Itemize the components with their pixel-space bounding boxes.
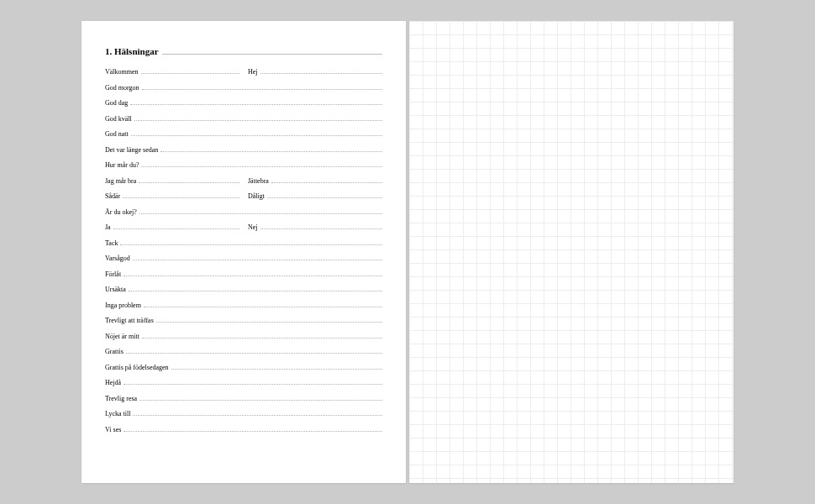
- vocab-row: Tack: [105, 239, 382, 247]
- dotted-fill: [139, 177, 239, 183]
- vocab-cell: God natt: [105, 130, 382, 138]
- vocab-term: Lycka till: [105, 410, 133, 417]
- vocab-cell: Varsågod: [105, 255, 382, 262]
- vocab-row: Jag mår braJättebra: [105, 177, 382, 185]
- vocab-cell: Det var länge sedan: [105, 146, 382, 154]
- vocab-term: Grattis på födelsedagen: [105, 364, 171, 371]
- dotted-fill: [130, 99, 382, 105]
- vocab-row: Vi ses: [105, 426, 382, 433]
- vocab-cell: Grattis: [105, 348, 382, 355]
- vocab-term: Tack: [105, 239, 120, 247]
- dotted-fill: [139, 395, 382, 401]
- vocab-term: Inga problem: [105, 302, 144, 309]
- dotted-fill: [141, 161, 382, 167]
- vocab-term: Hej: [248, 68, 260, 76]
- dotted-fill: [123, 192, 239, 198]
- vocab-cell: Dåligt: [248, 192, 382, 200]
- vocab-term: Nöjet är mitt: [105, 333, 142, 340]
- vocab-cell: Sådär: [105, 192, 239, 200]
- vocab-term: Nej: [248, 223, 260, 231]
- vocab-term: Välkommen: [105, 68, 141, 76]
- vocab-row: JaNej: [105, 223, 382, 231]
- section-title: 1. Hälsningar: [105, 46, 159, 56]
- vocab-term: Trevligt att träffas: [105, 317, 156, 324]
- vocab-cell: Trevligt att träffas: [105, 317, 382, 324]
- vocab-term: Det var länge sedan: [105, 146, 160, 154]
- dotted-fill: [260, 223, 382, 229]
- vocab-term: Vi ses: [105, 426, 124, 433]
- vocab-row: God kväll: [105, 115, 382, 123]
- vocab-term: Hejdå: [105, 379, 124, 386]
- dotted-fill: [141, 68, 239, 74]
- title-underline: [162, 46, 382, 55]
- dotted-fill: [124, 270, 382, 276]
- vocab-term: God morgon: [105, 84, 142, 92]
- vocab-term: Sådär: [105, 192, 123, 200]
- vocab-term: Dåligt: [248, 192, 267, 200]
- vocab-cell: Lycka till: [105, 410, 382, 417]
- vocab-term: Är du okej?: [105, 208, 139, 216]
- dotted-fill: [134, 115, 382, 121]
- vocab-cell: Välkommen: [105, 68, 239, 76]
- vocab-term: Grattis: [105, 348, 126, 355]
- vocab-term: Förlåt: [105, 270, 124, 278]
- vocab-term: Varsågod: [105, 255, 133, 262]
- dotted-fill: [271, 177, 382, 183]
- vocab-term: Hur mår du?: [105, 161, 141, 169]
- dotted-fill: [160, 146, 382, 152]
- vocab-cell: Grattis på födelsedagen: [105, 364, 382, 371]
- vocab-row: Trevlig resa: [105, 395, 382, 402]
- vocab-row: God natt: [105, 130, 382, 138]
- vocab-cell: God dag: [105, 99, 382, 107]
- dotted-fill: [113, 223, 239, 229]
- vocabulary-list: VälkommenHejGod morgonGod dagGod kvällGo…: [105, 68, 382, 433]
- vocab-row: Lycka till: [105, 410, 382, 417]
- dotted-fill: [260, 68, 382, 74]
- vocab-cell: Hur mår du?: [105, 161, 382, 169]
- page-left: 1. Hälsningar VälkommenHejGod morgonGod …: [82, 21, 406, 483]
- vocab-row: Trevligt att träffas: [105, 317, 382, 324]
- vocab-term: Ja: [105, 223, 113, 231]
- dotted-fill: [129, 286, 382, 291]
- vocab-row: Grattis på födelsedagen: [105, 364, 382, 371]
- vocab-row: Nöjet är mitt: [105, 333, 382, 340]
- dotted-fill: [133, 255, 382, 260]
- vocab-row: SådärDåligt: [105, 192, 382, 200]
- dotted-fill: [124, 426, 382, 432]
- dotted-fill: [144, 302, 382, 307]
- dotted-fill: [133, 410, 382, 416]
- vocab-cell: Tack: [105, 239, 382, 247]
- vocab-cell: Hejdå: [105, 379, 382, 386]
- vocab-row: Ursäkta: [105, 286, 382, 293]
- page-right-grid: [409, 21, 734, 483]
- vocab-row: VälkommenHej: [105, 68, 382, 76]
- vocab-row: Är du okej?: [105, 208, 382, 216]
- vocab-term: God kväll: [105, 115, 134, 123]
- vocab-term: Jättebra: [248, 177, 271, 185]
- vocab-cell: Jättebra: [248, 177, 382, 185]
- dotted-fill: [124, 379, 382, 385]
- vocab-row: Hur mår du?: [105, 161, 382, 169]
- vocab-cell: Nöjet är mitt: [105, 333, 382, 340]
- page-spread: 1. Hälsningar VälkommenHejGod morgonGod …: [82, 21, 734, 483]
- dotted-fill: [142, 84, 382, 90]
- vocab-row: Förlåt: [105, 270, 382, 278]
- vocab-cell: Ursäkta: [105, 286, 382, 293]
- vocab-cell: Är du okej?: [105, 208, 382, 216]
- vocab-term: Trevlig resa: [105, 395, 139, 402]
- dotted-fill: [267, 192, 382, 198]
- title-row: 1. Hälsningar: [105, 46, 382, 56]
- vocab-row: Inga problem: [105, 302, 382, 309]
- vocab-cell: Nej: [248, 223, 382, 231]
- vocab-row: Hejdå: [105, 379, 382, 386]
- vocab-cell: God kväll: [105, 115, 382, 123]
- vocab-term: Jag mår bra: [105, 177, 139, 185]
- vocab-cell: Ja: [105, 223, 239, 231]
- dotted-fill: [131, 130, 382, 136]
- dotted-fill: [126, 348, 382, 354]
- vocab-term: God natt: [105, 130, 131, 138]
- vocab-row: Det var länge sedan: [105, 146, 382, 154]
- vocab-term: Ursäkta: [105, 286, 129, 293]
- dotted-fill: [142, 333, 382, 339]
- vocab-cell: God morgon: [105, 84, 382, 92]
